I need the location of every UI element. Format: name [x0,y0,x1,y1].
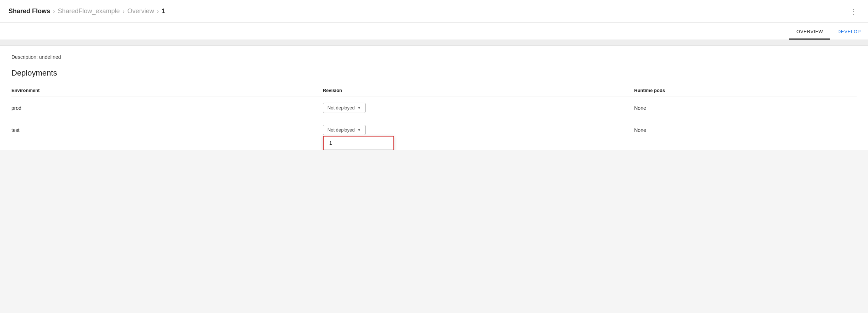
table-row: test Not deployed ▼ 1 Undeploy None [11,119,857,141]
revision-dropdown-test-label: Not deployed [328,127,355,133]
tab-develop[interactable]: DEVELOP [830,25,868,40]
col-runtime-pods: Runtime pods [634,85,857,97]
revision-dropdown-prod[interactable]: Not deployed ▼ [323,103,366,113]
deployments-table: Environment Revision Runtime pods prod N… [11,85,857,141]
col-environment: Environment [11,85,323,97]
deployments-title: Deployments [11,68,857,78]
breadcrumb: Shared Flows › SharedFlow_example › Over… [9,7,165,15]
revision-dropdown-prod-label: Not deployed [328,105,355,111]
description-text: Description: undefined [11,54,857,60]
col-revision: Revision [323,85,634,97]
breadcrumb-revision: 1 [162,7,165,15]
revision-dropdown-test[interactable]: Not deployed ▼ [323,125,366,135]
breadcrumb-sharedflow-example[interactable]: SharedFlow_example [58,7,120,15]
breadcrumb-separator-2: › [122,8,124,15]
breadcrumb-separator-1: › [53,8,55,15]
more-options-button[interactable]: ⋮ [848,6,859,17]
header: Shared Flows › SharedFlow_example › Over… [0,0,868,23]
revision-test: Not deployed ▼ 1 Undeploy [323,119,634,141]
env-test: test [11,119,323,141]
breadcrumb-separator-3: › [157,8,159,15]
tab-overview[interactable]: OVERVIEW [789,25,830,40]
runtime-pods-prod: None [634,97,857,119]
chevron-down-icon: ▼ [357,128,361,132]
chevron-down-icon: ▼ [357,106,361,110]
breadcrumb-overview[interactable]: Overview [127,7,154,15]
main-content: Description: undefined Deployments Envir… [0,46,868,150]
revision-dropdown-menu: 1 Undeploy [323,136,394,150]
runtime-pods-test: None [634,119,857,141]
breadcrumb-shared-flows[interactable]: Shared Flows [9,7,50,15]
table-header-row: Environment Revision Runtime pods [11,85,857,97]
dropdown-item-1[interactable]: 1 [324,137,393,150]
revision-prod: Not deployed ▼ [323,97,634,119]
section-divider [0,40,868,46]
env-prod: prod [11,97,323,119]
table-row: prod Not deployed ▼ None [11,97,857,119]
revision-dropdown-container-test: Not deployed ▼ 1 Undeploy [323,125,366,135]
tab-bar: OVERVIEW DEVELOP [0,23,868,40]
